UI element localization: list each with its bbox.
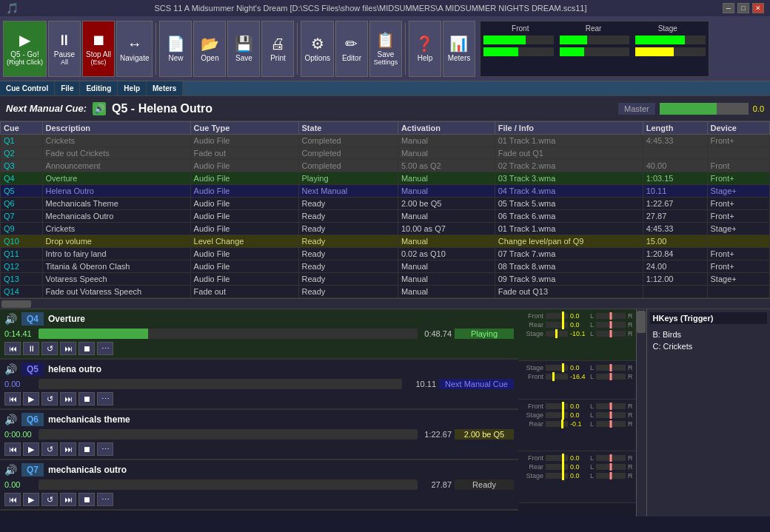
player-q4-progress[interactable] xyxy=(38,329,418,339)
player-q5-speaker[interactable]: 🔊 xyxy=(4,363,17,375)
player-q6-play[interactable]: ▶ xyxy=(23,442,39,456)
table-row[interactable]: Q2 Fade out Crickets Fade out Completed … xyxy=(1,147,770,160)
master-slider[interactable] xyxy=(660,103,749,115)
new-button[interactable]: 📄 New xyxy=(159,21,192,77)
mix-q4-front-pan[interactable] xyxy=(596,313,626,319)
player-q7-speaker[interactable]: 🔊 xyxy=(4,464,17,476)
mix-q7-front-pan[interactable] xyxy=(596,455,626,461)
mixer-scrollbar[interactable] xyxy=(636,309,646,516)
player-q6-stop[interactable]: ⏹ xyxy=(78,442,95,456)
player-q5-rewind[interactable]: ⏮ xyxy=(4,392,21,405)
player-q6-speaker[interactable]: 🔊 xyxy=(4,414,17,425)
mix-q4-rear-pan[interactable] xyxy=(596,322,626,328)
table-row[interactable]: Q11 Intro to fairy land Audio File Ready… xyxy=(1,248,770,260)
cell-cue: Q3 xyxy=(1,160,43,172)
player-q5-stop[interactable]: ⏹ xyxy=(78,392,95,405)
h-scroll-handle[interactable] xyxy=(1,300,31,308)
player-q6-progress[interactable] xyxy=(38,429,418,440)
player-q7-loop[interactable]: ↺ xyxy=(41,493,58,506)
table-row[interactable]: Q3 Announcement Audio File Completed 5.0… xyxy=(1,160,770,172)
save-settings-button[interactable]: 📋 Save Settings xyxy=(369,21,402,77)
cell-state: Ready xyxy=(298,260,398,273)
table-row[interactable]: Q9 Crickets Audio File Ready 10.00 as Q7… xyxy=(1,223,770,235)
player-q6-more[interactable]: ⋯ xyxy=(97,442,113,456)
player-q5-more[interactable]: ⋯ xyxy=(97,392,113,405)
minimize-button[interactable]: ─ xyxy=(723,3,734,13)
mix-q6-stage-fader[interactable] xyxy=(546,412,568,418)
pause-button[interactable]: ⏸ Pause All xyxy=(48,21,81,77)
player-q4-speaker[interactable]: 🔊 xyxy=(4,313,17,325)
table-row[interactable]: Q1 Crickets Audio File Completed Manual … xyxy=(1,135,770,147)
table-row[interactable]: Q10 Drop volume Level Change Ready Manua… xyxy=(1,235,770,248)
mix-q4-rear-fader[interactable] xyxy=(546,322,568,328)
mix-q7-stage-fader[interactable] xyxy=(546,473,568,479)
mix-q7-rear-pan[interactable] xyxy=(596,464,626,470)
editor-button[interactable]: ✏ Editor xyxy=(335,21,368,77)
player-q5-progress[interactable] xyxy=(38,379,402,389)
table-scrollbar-h[interactable] xyxy=(0,299,770,309)
player-q4-pause[interactable]: ⏸ xyxy=(23,342,39,355)
player-q7-progress[interactable] xyxy=(38,479,418,490)
player-q5-next[interactable]: ⏭ xyxy=(60,392,76,405)
go-button[interactable]: ▶ Q5 - Go! (Right Click) xyxy=(3,21,47,77)
help-label: Help xyxy=(418,54,433,62)
mix-q7-front-fader[interactable] xyxy=(546,455,568,461)
save-button[interactable]: 💾 Save xyxy=(227,21,260,77)
mix-q5-stage-fader[interactable] xyxy=(546,365,568,371)
next-cue-sound-button[interactable]: 🔊 xyxy=(93,102,106,115)
mixer-scroll-handle[interactable] xyxy=(637,311,646,333)
stop-button[interactable]: ⏹ Stop All (Esc) xyxy=(82,21,115,77)
mix-q6-front-pan[interactable] xyxy=(596,403,626,409)
table-row[interactable]: Q13 Votaress Speech Audio File Ready Man… xyxy=(1,273,770,286)
player-q7-next[interactable]: ⏭ xyxy=(60,493,76,506)
table-row[interactable]: Q7 Mechanicals Outro Audio File Ready Ma… xyxy=(1,210,770,223)
mix-q6-rear-r: R xyxy=(628,420,633,428)
table-row[interactable]: Q5 Helena Outro Audio File Next Manual M… xyxy=(1,185,770,198)
close-button[interactable]: ✕ xyxy=(752,3,764,13)
player-q6-next[interactable]: ⏭ xyxy=(60,442,76,456)
cell-length xyxy=(643,286,707,298)
table-row[interactable]: Q6 Mechanicals Theme Audio File Ready 2.… xyxy=(1,198,770,210)
mix-q6-rear-pan[interactable] xyxy=(596,421,626,427)
mix-q6-stage-pan[interactable] xyxy=(596,412,626,418)
player-q5-play[interactable]: ▶ xyxy=(23,392,39,405)
player-q7-stop[interactable]: ⏹ xyxy=(78,493,95,506)
player-q4-stop[interactable]: ⏹ xyxy=(78,342,95,355)
player-q5-loop[interactable]: ↺ xyxy=(41,392,58,405)
mix-q4-stage-fader[interactable] xyxy=(546,331,568,337)
table-row[interactable]: Q14 Fade out Votaress Speech Fade out Re… xyxy=(1,286,770,298)
cell-activation: Manual xyxy=(398,235,495,248)
save-icon: 💾 xyxy=(235,35,253,53)
options-button[interactable]: ⚙ Options xyxy=(301,21,333,77)
table-row[interactable]: Q4 Overture Audio File Playing Manual 03… xyxy=(1,172,770,185)
mix-q6-front-fader[interactable] xyxy=(546,403,568,409)
player-q4-next[interactable]: ⏭ xyxy=(60,342,76,355)
player-q4-loop[interactable]: ↺ xyxy=(41,342,58,355)
help-button[interactable]: ❓ Help xyxy=(409,21,441,77)
mix-q5-front-pan[interactable] xyxy=(596,374,626,380)
maximize-button[interactable]: □ xyxy=(737,3,749,13)
meters-button[interactable]: 📊 Meters xyxy=(443,21,475,77)
player-q6-loop[interactable]: ↺ xyxy=(41,442,58,456)
player-q7-play[interactable]: ▶ xyxy=(23,493,39,506)
player-q4-rewind[interactable]: ⏮ xyxy=(4,342,21,355)
open-button[interactable]: 📂 Open xyxy=(193,21,226,77)
player-q4-more[interactable]: ⋯ xyxy=(97,342,113,355)
navigate-button[interactable]: ↔ Navigate xyxy=(116,21,153,77)
mix-q5-stage-pan[interactable] xyxy=(596,365,626,371)
editing-group: Editing xyxy=(80,81,118,95)
table-row[interactable]: Q12 Titania & Oberon Clash Audio File Re… xyxy=(1,260,770,273)
mix-q6-stage-pan-handle xyxy=(610,411,612,419)
mix-q7-rear-fader[interactable] xyxy=(546,464,568,470)
mix-q5-stage-l: L xyxy=(590,364,594,371)
mix-q6-rear-fader[interactable] xyxy=(546,421,568,427)
mix-q4-front-fader[interactable] xyxy=(546,313,568,319)
print-button[interactable]: 🖨 Print xyxy=(261,21,294,77)
mix-q7-stage-pan[interactable] xyxy=(596,473,626,479)
mix-q5-front-fader[interactable] xyxy=(546,374,568,380)
cell-device: Stage+ xyxy=(707,273,769,286)
player-q7-rewind[interactable]: ⏮ xyxy=(4,493,21,506)
mix-q4-stage-pan[interactable] xyxy=(596,331,626,337)
player-q7-more[interactable]: ⋯ xyxy=(97,493,113,506)
player-q6-rewind[interactable]: ⏮ xyxy=(4,442,21,456)
